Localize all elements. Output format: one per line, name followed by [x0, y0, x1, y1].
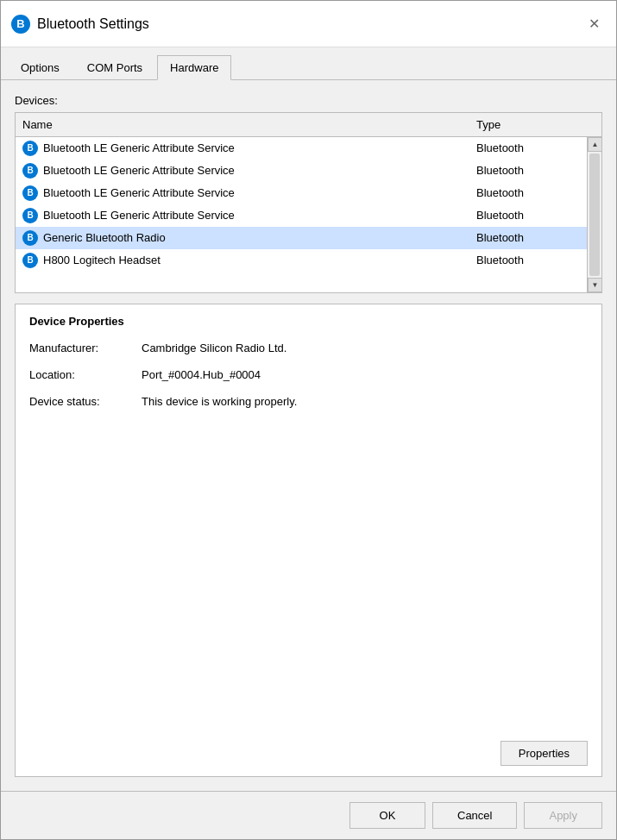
table-row[interactable]: B Bluetooth LE Generic Attribute Service… — [16, 204, 587, 227]
ok-button[interactable]: OK — [349, 802, 425, 829]
device-status-value: This device is working properly. — [142, 395, 588, 408]
scroll-up-arrow[interactable]: ▲ — [588, 137, 601, 152]
bluetooth-device-icon-1: B — [22, 163, 38, 179]
table-row[interactable]: B Bluetooth LE Generic Attribute Service… — [16, 160, 587, 182]
cancel-button[interactable]: Cancel — [432, 802, 517, 829]
tab-hardware[interactable]: Hardware — [157, 55, 231, 80]
row-name-5: B H800 Logitech Headset — [22, 253, 476, 268]
properties-button[interactable]: Properties — [501, 741, 588, 766]
apply-button[interactable]: Apply — [524, 802, 602, 829]
bluetooth-device-icon-5: B — [22, 253, 38, 268]
title-bar: B Bluetooth Settings ✕ — [1, 1, 616, 47]
bottom-bar: OK Cancel Apply — [1, 791, 616, 839]
close-button[interactable]: ✕ — [582, 12, 606, 36]
table-scrollbar[interactable]: ▲ ▼ — [587, 137, 601, 292]
row-name-3: B Bluetooth LE Generic Attribute Service — [22, 208, 476, 223]
manufacturer-value: Cambridge Silicon Radio Ltd. — [142, 342, 588, 354]
location-row: Location: Port_#0004.Hub_#0004 — [29, 368, 588, 381]
row-name-1: B Bluetooth LE Generic Attribute Service — [22, 163, 476, 179]
table-row[interactable]: B H800 Logitech Headset Bluetooth — [16, 249, 587, 272]
table-row[interactable]: B Bluetooth LE Generic Attribute Service… — [16, 182, 587, 204]
devices-table: Name Type B Bluetooth LE Generic Attribu… — [15, 112, 602, 293]
location-label: Location: — [29, 368, 142, 381]
properties-button-row: Properties — [29, 730, 588, 766]
bluetooth-device-icon-2: B — [22, 185, 38, 201]
row-name-2: B Bluetooth LE Generic Attribute Service — [22, 185, 476, 201]
manufacturer-row: Manufacturer: Cambridge Silicon Radio Lt… — [29, 342, 588, 354]
main-content: Devices: Name Type B Bluetooth LE Generi… — [1, 80, 616, 791]
manufacturer-label: Manufacturer: — [29, 342, 142, 354]
bluetooth-icon: B — [11, 15, 30, 34]
table-header: Name Type — [16, 113, 601, 137]
row-name-0: B Bluetooth LE Generic Attribute Service — [22, 141, 476, 156]
row-name-4: B Generic Bluetooth Radio — [22, 230, 476, 246]
title-bar-left: B Bluetooth Settings — [11, 15, 149, 34]
window-title: Bluetooth Settings — [37, 16, 149, 32]
devices-label: Devices: — [15, 94, 602, 107]
bluetooth-device-icon-3: B — [22, 208, 38, 223]
scroll-thumb[interactable] — [589, 154, 600, 276]
device-properties-section: Device Properties Manufacturer: Cambridg… — [15, 304, 602, 777]
bluetooth-device-icon-0: B — [22, 141, 38, 156]
device-properties-title: Device Properties — [29, 315, 588, 328]
status-row: Device status: This device is working pr… — [29, 395, 588, 408]
device-status-label: Device status: — [29, 395, 142, 408]
table-body[interactable]: B Bluetooth LE Generic Attribute Service… — [16, 137, 587, 292]
table-body-wrapper: B Bluetooth LE Generic Attribute Service… — [16, 137, 601, 292]
col-name-header: Name — [22, 118, 476, 131]
table-row[interactable]: B Bluetooth LE Generic Attribute Service… — [16, 137, 587, 160]
tab-com-ports[interactable]: COM Ports — [74, 55, 155, 80]
bluetooth-device-icon-4: B — [22, 230, 38, 246]
col-type-header: Type — [476, 118, 580, 131]
scroll-down-arrow[interactable]: ▼ — [588, 278, 601, 292]
devices-section: Devices: Name Type B Bluetooth LE Generi… — [15, 94, 602, 293]
bluetooth-settings-window: B Bluetooth Settings ✕ Options COM Ports… — [0, 0, 617, 840]
table-row[interactable]: B Generic Bluetooth Radio Bluetooth — [16, 227, 587, 249]
tab-options[interactable]: Options — [8, 55, 72, 80]
location-value: Port_#0004.Hub_#0004 — [142, 368, 588, 381]
tabs-bar: Options COM Ports Hardware — [1, 47, 616, 80]
